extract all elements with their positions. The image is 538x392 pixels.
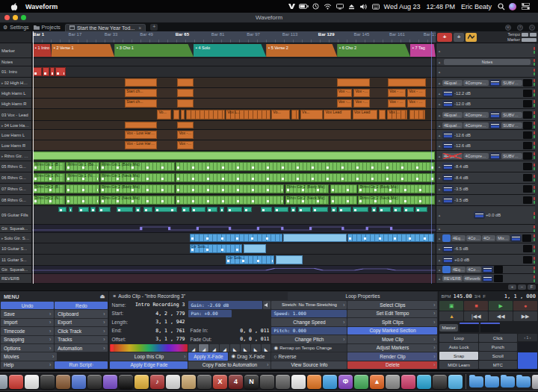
audio-clip[interactable] (331, 207, 338, 212)
audio-clip[interactable]: Vox Lead (324, 110, 351, 119)
automation-arm-icon[interactable]: ▴ (436, 175, 442, 180)
volume-icon[interactable] (359, 2, 369, 11)
fade-shape-button[interactable]: ◣ (262, 344, 271, 352)
clip-colour-bar[interactable] (110, 344, 188, 352)
fold-arrow-icon[interactable]: ▸ (1, 81, 4, 85)
dock-app-icon[interactable] (40, 375, 55, 389)
audio-clip[interactable]: Rthm Gtr 2 (Neck Mic) (285, 196, 330, 205)
change-pitch-button[interactable]: Change Pitch› (271, 335, 347, 343)
audio-clip[interactable] (66, 184, 99, 193)
automation-arm-icon[interactable]: ▴ (436, 276, 442, 281)
reverb-bus-chip[interactable]: REVERB (442, 276, 463, 281)
projects-button[interactable]: Projects (34, 25, 61, 30)
track-name[interactable]: 07 Rthm G... (0, 184, 32, 194)
track-lane[interactable]: Rthm Gtr 1 (Neck Mic)Rthm Gtr 1 (Neck Mi… (32, 172, 436, 183)
volume-db-value[interactable]: -12.0 dB (454, 102, 471, 106)
audio-clip[interactable]: Vox - High ... (407, 89, 426, 97)
dock-app-icon[interactable] (417, 375, 431, 389)
playhead-line[interactable] (33, 31, 34, 284)
dock-app-icon[interactable] (323, 375, 337, 389)
automation-arm-icon[interactable]: ▴ (436, 187, 442, 191)
dock-app-icon[interactable] (166, 375, 180, 389)
volume-fader[interactable] (442, 100, 454, 108)
drag-x-fade-radio[interactable]: ◉Drag X-Fade (229, 352, 270, 361)
action-set-edit-tempo[interactable]: Set Edit Tempo› (347, 310, 437, 318)
clip-field-row[interactable]: Offset:3, 1 , 779 (110, 335, 188, 343)
equaliser-plugin-chip[interactable]: 4Equaliser (442, 122, 463, 128)
track-lane[interactable]: Start ch...Vox -...Vox - Hig...Vox - Hig… (32, 88, 436, 98)
audio-clip[interactable] (186, 110, 225, 119)
audio-clip[interactable] (409, 110, 426, 119)
volume-fader[interactable] (442, 196, 454, 204)
fast-forward-button[interactable]: ▶▶ (513, 311, 537, 321)
audio-clip[interactable]: Rthm Gtr 2 (Body Mic) (100, 184, 175, 193)
track-name[interactable]: High Harm R (0, 99, 32, 108)
volume-db-value[interactable]: -3.5 dB (454, 198, 469, 202)
dock-app-icon[interactable]: ▲ (370, 375, 384, 389)
audio-clip[interactable] (69, 207, 72, 212)
audio-clip[interactable]: Rthm Gtr 1 (Body Mic) (66, 162, 99, 171)
battery-icon[interactable] (299, 2, 309, 11)
field-value[interactable]: 8, 1 , 761 (134, 328, 188, 334)
display-icon[interactable] (335, 2, 345, 11)
stretch-mode-button[interactable]: Stretch: No Time-Stretching› (271, 301, 347, 309)
clip-field-row[interactable]: Start:4, 2 , 779 (110, 310, 188, 318)
audio-clip[interactable]: Vox ... (387, 110, 407, 119)
level-meter[interactable] (523, 185, 532, 193)
remap-tempo-radio[interactable]: ◉Remap on Tempo Change (271, 344, 347, 352)
volume-db-value[interactable]: +0.0 dB (454, 258, 469, 262)
close-window-button[interactable] (4, 15, 10, 20)
action-delete[interactable]: Delete› (347, 361, 437, 370)
compressor-plugin-chip[interactable]: 4Compressor (463, 80, 489, 86)
volume-db-value[interactable]: -12.6 dB (454, 143, 471, 148)
audio-clip[interactable] (78, 207, 89, 212)
audio-clip[interactable] (66, 196, 99, 205)
compressor-plugin-chip[interactable]: 4Compressor (463, 122, 489, 128)
dock-app-icon[interactable]: 4 (229, 375, 243, 389)
audio-clip[interactable] (274, 207, 288, 212)
menu-item-run-script[interactable]: Run Script› (55, 361, 108, 369)
menu-item-import[interactable]: Import› (1, 319, 54, 326)
level-meter[interactable] (523, 122, 532, 129)
automation-arm-icon[interactable]: ▴ (436, 226, 442, 231)
toggle-mtc[interactable]: MTC (479, 361, 517, 369)
track-lane[interactable]: Rthm Gtr 1 (Body Mic)Rthm Gtr 1 (Body Mi… (32, 161, 436, 172)
zoom-in-button[interactable]: + (508, 284, 516, 290)
dock-app-icon[interactable] (103, 375, 117, 389)
audio-clip[interactable] (261, 207, 272, 212)
reverse-radio[interactable]: ○Reverse (271, 352, 347, 361)
audio-clip[interactable] (143, 207, 153, 212)
ruler-bar-label[interactable]: Bar 1 (33, 32, 44, 37)
audio-clip[interactable] (337, 78, 370, 87)
track-lane[interactable] (32, 274, 436, 283)
toggle-punch[interactable]: Punch (479, 343, 517, 351)
track-name[interactable]: ▸02 High Harm ... (0, 78, 32, 87)
track-lane[interactable] (32, 66, 436, 77)
audio-clip[interactable] (43, 67, 49, 76)
volume-db-value[interactable]: -8.4 dB (454, 175, 469, 180)
audio-clip[interactable] (176, 196, 284, 205)
marker-clip[interactable]: ▪ 2 Verse 1 (52, 44, 114, 57)
pitch-field[interactable]: Pitch: 0.000 (271, 327, 347, 335)
audio-clip[interactable]: Vox Lead (353, 110, 377, 119)
add-track-button[interactable]: + (437, 33, 452, 42)
volume-fader[interactable] (489, 111, 501, 119)
menu-item-undo[interactable]: Undo (1, 302, 54, 309)
automation-arm-icon[interactable]: ▴ (436, 133, 442, 137)
audio-clip[interactable] (191, 207, 205, 212)
track-name[interactable]: Marker (0, 43, 32, 57)
audio-clip[interactable] (99, 207, 111, 212)
track-lane[interactable]: Gtr Solo... (32, 255, 436, 265)
track-lane[interactable] (32, 266, 436, 273)
ruler-bar-label[interactable]: Bar 49 (140, 32, 153, 37)
tempo-value-box2[interactable] (530, 33, 537, 37)
apply-x-fade-button[interactable]: Apply X-Fade (188, 352, 228, 361)
menu-item-timecode[interactable]: Timecode› (1, 327, 54, 335)
audio-clip[interactable]: Vox - Lo... (177, 141, 194, 149)
ruler-bar-label[interactable]: Bar 129 (318, 32, 335, 37)
track-lane[interactable] (32, 78, 436, 87)
fold-arrow-icon[interactable]: ▸ (1, 154, 4, 158)
track-name[interactable]: Low Harm L (0, 130, 32, 140)
audio-clip[interactable] (298, 207, 310, 212)
audio-clip[interactable] (227, 207, 241, 212)
